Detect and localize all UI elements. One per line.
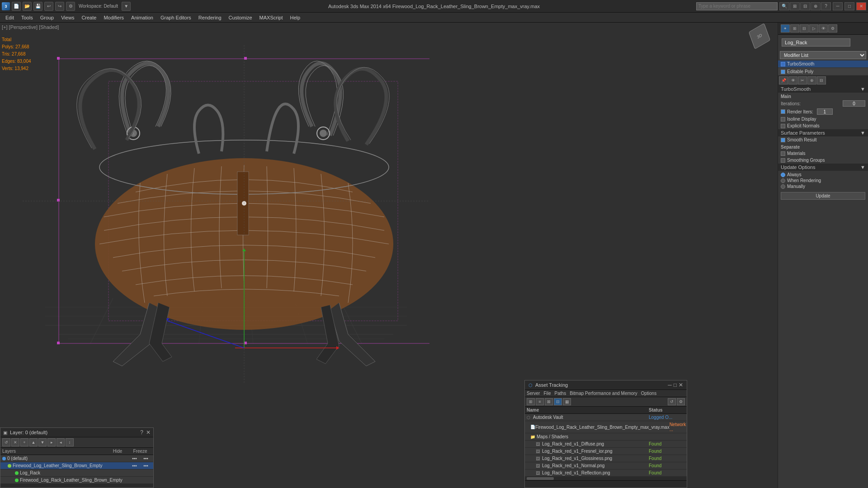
render-iters-input[interactable] [817, 108, 833, 115]
explicit-normals-cb[interactable] [781, 124, 785, 128]
rp-icon-hierarchy[interactable]: ⊟ [800, 24, 809, 33]
rp-icon-display[interactable]: 👁 [819, 24, 828, 33]
menu-create[interactable]: Create [78, 14, 100, 21]
search-icon[interactable]: 🔍 [779, 2, 789, 10]
search-input[interactable] [696, 2, 778, 10]
when-rendering-radio[interactable] [781, 178, 785, 183]
manually-radio[interactable] [781, 184, 785, 189]
asset-maximize-btn[interactable]: □ [674, 382, 677, 388]
modifier-editablepoly[interactable]: Editable Poly [778, 68, 868, 75]
layer-vis-default[interactable]: ▪▪▪ [129, 456, 140, 461]
isoline-cb[interactable] [781, 117, 785, 122]
save-btn[interactable]: 💾 [33, 2, 42, 11]
layer-vis-firewood[interactable]: ▪▪▪ [129, 463, 140, 468]
layers-tb-move[interactable]: ↕ [66, 438, 74, 446]
layers-tb-up[interactable]: ▲ [29, 438, 38, 446]
modifier-list-dropdown[interactable]: Modifier List [780, 51, 866, 59]
asset-row-maxfile[interactable]: 📄 Firewood_Log_Rack_Leather_Sling_Brown_… [525, 421, 687, 433]
asset-row-vault[interactable]: ⬡ Autodesk Vault Logged O... [525, 414, 687, 421]
modifier-cut-icon[interactable]: ✂ [798, 76, 807, 84]
asset-menu-paths[interactable]: Paths [555, 391, 566, 396]
asset-row-diffuse[interactable]: 🖼 Log_Rack_red_v1_Diffuse.png Found [525, 441, 687, 448]
menu-graph-editors[interactable]: Graph Editors [157, 14, 195, 21]
rp-icon-motion[interactable]: ▷ [809, 24, 818, 33]
rp-icon-utility[interactable]: ⚙ [828, 24, 837, 33]
menu-maxscript[interactable]: MAXScript [256, 14, 287, 21]
materials-cb[interactable] [781, 151, 785, 156]
asset-tb-2[interactable]: ≡ [536, 398, 544, 405]
asset-menu-server[interactable]: Server [527, 391, 540, 396]
always-radio[interactable] [781, 173, 785, 177]
modifier-copy-icon[interactable]: ⊕ [807, 76, 816, 84]
rp-icon-create[interactable]: ✦ [781, 24, 790, 33]
menu-group[interactable]: Group [37, 14, 58, 21]
layers-tb-down[interactable]: ▼ [38, 438, 47, 446]
menu-help[interactable]: Help [287, 14, 304, 21]
menu-animation[interactable]: Animation [127, 14, 157, 21]
redo-btn[interactable]: ↪ [55, 2, 64, 11]
asset-tb-3[interactable]: ⊠ [545, 398, 553, 405]
new-btn[interactable]: 📄 [12, 2, 21, 11]
object-name-input[interactable] [782, 38, 850, 47]
smoothing-groups-cb[interactable] [781, 158, 785, 163]
layer-freeze-default[interactable]: ▪▪▪ [140, 456, 151, 461]
layer-item-default[interactable]: 0 (default) ▪▪▪ ▪▪▪ [0, 455, 153, 462]
workspace-dropdown[interactable]: ▼ [122, 2, 131, 11]
layers-tb-add[interactable]: + [20, 438, 28, 446]
search-option2[interactable]: ⊟ [800, 2, 810, 10]
menu-modifiers[interactable]: Modifiers [100, 14, 127, 21]
layer-item-lograck[interactable]: Log_Rack [0, 469, 153, 477]
help-icon[interactable]: ? [821, 2, 831, 10]
close-button[interactable]: ✕ [856, 2, 866, 10]
asset-tb-1[interactable]: ⊞ [527, 398, 535, 405]
rp-icon-modify[interactable]: ⊞ [790, 24, 799, 33]
iterations-input[interactable] [843, 100, 865, 107]
layer-item-firewood[interactable]: Firewood_Log_Leather_Sling_Brown_Empty ▪… [0, 462, 153, 469]
asset-row-reflection[interactable]: 🖼 Log_Rack_red_v1_Reflection.png Found [525, 469, 687, 477]
layers-tb-collapse[interactable]: ◂ [57, 438, 65, 446]
layers-help-btn[interactable]: ? [140, 429, 143, 436]
asset-tb-5[interactable]: ▦ [563, 398, 571, 405]
asset-menu-file[interactable]: File [543, 391, 551, 396]
asset-tb-4-active[interactable]: ⊟ [554, 398, 562, 405]
asset-tb-refresh[interactable]: ↺ [668, 398, 676, 405]
modifier-pin-icon[interactable]: 📌 [779, 76, 788, 84]
layer-item-firewood2[interactable]: Firewood_Log_Rack_Leather_Sling_Brown_Em… [0, 477, 153, 484]
layers-tb-refresh[interactable]: ↺ [2, 438, 10, 446]
asset-row-fresnel[interactable]: 🖼 Log_Rack_red_v1_Fresnel_ior.png Found [525, 448, 687, 455]
asset-input-bar[interactable] [525, 480, 687, 488]
turbosmooth-section-header[interactable]: TurboSmooth ▼ [778, 85, 868, 93]
smooth-result-cb[interactable] [781, 138, 785, 142]
asset-scroll-thumb[interactable] [527, 477, 554, 480]
asset-menu-options[interactable]: Options [641, 391, 656, 396]
menu-tools[interactable]: Tools [18, 14, 37, 21]
update-button[interactable]: Update [781, 192, 865, 200]
maximize-button[interactable]: □ [844, 2, 854, 10]
menu-edit[interactable]: Edit [2, 14, 18, 21]
layers-tb-delete[interactable]: ✕ [11, 438, 19, 446]
render-iters-cb[interactable] [781, 109, 785, 114]
layers-tb-expand[interactable]: ▸ [47, 438, 56, 446]
asset-row-normal[interactable]: 🖼 Log_Rack_red_v1_Normal.png Found [525, 462, 687, 469]
asset-minimize-btn[interactable]: ─ [668, 382, 672, 388]
minimize-button[interactable]: ─ [833, 2, 843, 10]
layers-close-btn[interactable]: ✕ [146, 429, 151, 436]
viewport[interactable]: [+] [Perspective] [Shaded] Total Polys: … [0, 23, 778, 488]
surface-params-header[interactable]: Surface Parameters ▼ [778, 129, 868, 136]
asset-menu-bitmap[interactable]: Bitmap Performance and Memory [570, 391, 637, 396]
modifier-turbosmooth[interactable]: TurboSmooth [778, 61, 868, 67]
open-btn[interactable]: 📂 [23, 2, 32, 11]
modifier-paste-icon[interactable]: ⊟ [817, 76, 826, 84]
layer-freeze-firewood[interactable]: ▪▪▪ [140, 463, 151, 468]
modifier-visible-icon[interactable]: 👁 [788, 76, 797, 84]
menu-views[interactable]: Views [57, 14, 78, 21]
menu-rendering[interactable]: Rendering [195, 14, 225, 21]
menu-customize[interactable]: Customize [225, 14, 256, 21]
asset-scrollbar-h[interactable] [525, 477, 687, 480]
search-option1[interactable]: ⊞ [790, 2, 800, 10]
modifier-editablepoly-cb[interactable] [781, 70, 785, 74]
search-option3[interactable]: ⊕ [811, 2, 821, 10]
settings-btn[interactable]: ⚙ [66, 2, 75, 11]
asset-row-glossiness[interactable]: 🖼 Log_Rack_red_v1_Glossiness.png Found [525, 455, 687, 462]
asset-row-maps[interactable]: 📁 Maps / Shaders [525, 433, 687, 441]
